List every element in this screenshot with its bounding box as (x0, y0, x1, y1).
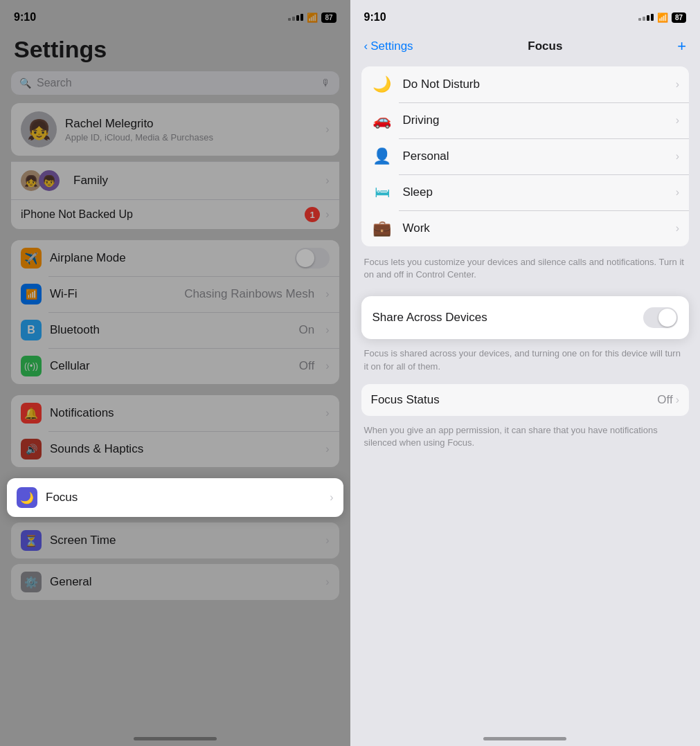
battery-left: 87 (321, 12, 336, 23)
driving-chevron-icon: › (676, 114, 679, 127)
work-label: Work (403, 221, 666, 235)
focus-icon: 🌙 (17, 487, 37, 508)
wifi-icon: 📶 (21, 284, 42, 304)
notifications-row[interactable]: 🔔 Notifications › (11, 395, 339, 431)
focus-row-highlighted[interactable]: 🌙 Focus › (7, 478, 343, 517)
search-icon: 🔍 (19, 78, 31, 89)
toggle-knob (296, 249, 314, 267)
notifications-icon: 🔔 (21, 403, 42, 424)
sleep-chevron-icon: › (676, 186, 679, 199)
screentime-label: Screen Time (50, 534, 317, 547)
wifi-value: Chasing Rainbows Mesh (184, 287, 314, 301)
status-bar-right: 9:10 📶 87 (350, 0, 701, 30)
back-button[interactable]: ‹ Settings (364, 39, 413, 53)
share-toggle[interactable] (643, 307, 678, 328)
backup-badge: 1 (305, 207, 320, 222)
settings-title: Settings (0, 30, 350, 71)
focus-item-sleep[interactable]: 🛏 Sleep › (361, 174, 690, 210)
personal-label: Personal (403, 149, 666, 163)
signal-icon-right (638, 14, 654, 21)
sleep-icon: 🛏 (371, 183, 393, 201)
add-button[interactable]: + (677, 37, 686, 55)
driving-label: Driving (403, 113, 666, 127)
personal-icon: 👤 (371, 147, 393, 165)
search-placeholder: Search (37, 77, 316, 89)
notifications-chevron-icon: › (325, 407, 329, 419)
airplane-mode-row[interactable]: ✈️ Airplane Mode (11, 240, 339, 276)
airplane-label: Airplane Mode (50, 251, 287, 265)
bluetooth-chevron-icon: › (325, 324, 329, 336)
share-card: Share Across Devices (361, 296, 690, 339)
general-label: General (50, 575, 317, 589)
focus-item-dnd[interactable]: 🌙 Do Not Disturb › (361, 66, 690, 102)
share-description: Focus is shared across your devices, and… (350, 345, 701, 383)
wifi-label: Wi-Fi (50, 287, 176, 301)
connectivity-section: ✈️ Airplane Mode 📶 Wi-Fi Chasing Rainbow… (11, 240, 339, 384)
cellular-icon: ((•)) (21, 356, 42, 376)
chevron-icon: › (325, 123, 329, 136)
sounds-chevron-icon: › (325, 443, 329, 455)
general-row[interactable]: ⚙️ General › (11, 564, 339, 600)
screentime-row[interactable]: ⏳ Screen Time › (11, 522, 339, 558)
share-label: Share Across Devices (373, 311, 487, 325)
focus-list: 🌙 Do Not Disturb › 🚗 Driving › 👤 Persona… (361, 66, 690, 246)
account-row[interactable]: 👧 Rachel Melegrito Apple ID, iCloud, Med… (11, 103, 339, 156)
wifi-chevron-icon: › (325, 288, 329, 300)
driving-icon: 🚗 (371, 111, 393, 129)
sounds-icon: 🔊 (21, 439, 42, 460)
microphone-icon: 🎙 (321, 78, 331, 89)
focus-page-title: Focus (528, 39, 562, 53)
wifi-status-icon-right: 📶 (657, 12, 668, 23)
bluetooth-icon: B (21, 320, 42, 340)
cellular-chevron-icon: › (325, 360, 329, 372)
wifi-row[interactable]: 📶 Wi-Fi Chasing Rainbows Mesh › (11, 276, 339, 312)
wifi-status-icon: 📶 (307, 12, 318, 23)
home-indicator-left (134, 737, 217, 740)
general-chevron-icon: › (325, 576, 329, 588)
signal-icon (288, 14, 303, 21)
sounds-label: Sounds & Haptics (50, 442, 317, 456)
focus-status-row[interactable]: Focus Status Off › (361, 384, 690, 416)
focus-item-work[interactable]: 💼 Work › (361, 210, 690, 246)
notifications-section: 🔔 Notifications › 🔊 Sounds & Haptics › (11, 395, 339, 467)
account-sub: Apple ID, iCloud, Media & Purchases (65, 132, 317, 143)
left-panel: 9:10 📶 87 Settings 🔍 Search 🎙 👧 Rachel M… (0, 0, 350, 746)
airplane-toggle[interactable] (295, 248, 330, 269)
focus-description: Focus lets you customize your devices an… (350, 252, 701, 292)
cellular-row[interactable]: ((•)) Cellular Off › (11, 348, 339, 384)
general-icon: ⚙️ (21, 572, 42, 592)
time-left: 9:10 (14, 11, 36, 24)
account-name: Rachel Melegrito (65, 117, 317, 131)
dnd-label: Do Not Disturb (403, 78, 666, 91)
search-bar[interactable]: 🔍 Search 🎙 (11, 71, 339, 95)
backup-chevron-icon: › (325, 208, 329, 221)
status-bar-left: 9:10 📶 87 (0, 0, 350, 30)
focus-item-personal[interactable]: 👤 Personal › (361, 138, 690, 174)
bluetooth-row[interactable]: B Bluetooth On › (11, 312, 339, 348)
avatar: 👧 (21, 111, 57, 147)
family-chevron-icon: › (325, 174, 329, 187)
sounds-row[interactable]: 🔊 Sounds & Haptics › (11, 431, 339, 467)
work-chevron-icon: › (676, 222, 679, 235)
focus-chevron-icon: › (330, 491, 333, 504)
family-row[interactable]: 👧 👦 Family › (11, 161, 339, 199)
focus-row[interactable]: 🌙 Focus › (7, 478, 343, 517)
dnd-chevron-icon: › (676, 78, 679, 91)
airplane-icon: ✈️ (21, 248, 42, 269)
focus-item-driving[interactable]: 🚗 Driving › (361, 102, 690, 138)
focus-status-chevron-icon: › (676, 394, 679, 406)
account-info: Rachel Melegrito Apple ID, iCloud, Media… (65, 117, 317, 143)
cellular-label: Cellular (50, 359, 291, 373)
personal-chevron-icon: › (676, 150, 679, 163)
share-toggle-knob (658, 309, 676, 327)
screentime-icon: ⏳ (21, 530, 42, 551)
family-avatar-2: 👦 (39, 170, 60, 191)
backup-label: iPhone Not Backed Up (21, 208, 305, 221)
focus-status-label: Focus Status (371, 393, 658, 407)
work-icon: 💼 (371, 219, 393, 237)
back-chevron-icon: ‹ (364, 39, 368, 53)
focus-nav: ‹ Settings Focus + (350, 30, 701, 62)
sleep-label: Sleep (403, 185, 666, 199)
backup-row[interactable]: iPhone Not Backed Up 1 › (11, 199, 339, 229)
dnd-icon: 🌙 (371, 75, 393, 93)
